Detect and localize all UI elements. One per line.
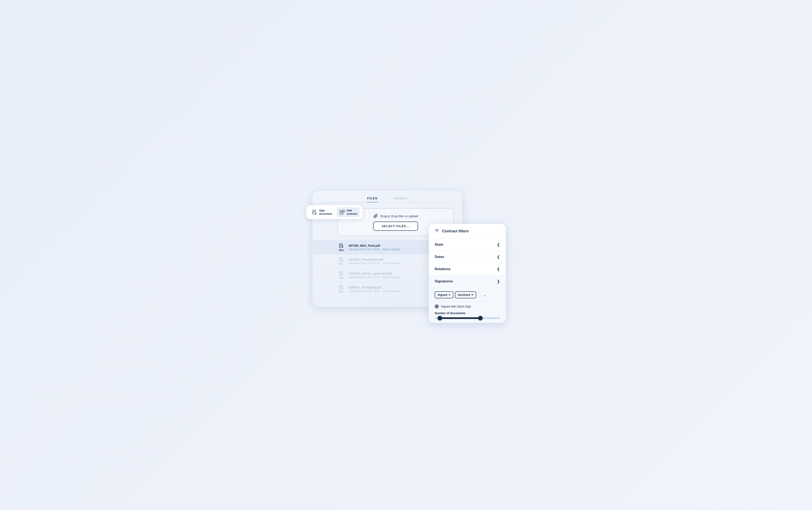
chevron-left-icon: ❮	[497, 254, 500, 259]
filter-title: Contract filters	[442, 229, 469, 233]
chevron-down-icon: ❯	[497, 279, 500, 284]
tag-declined[interactable]: Declined ×	[455, 291, 476, 298]
toolbar: Signdocument Addcontract	[306, 205, 362, 219]
file-label-3: Main	[339, 277, 344, 279]
filter-section-state[interactable]: State ❮	[429, 239, 506, 251]
zefort-check-icon	[435, 304, 439, 308]
add-contract-button[interactable]: Addcontract	[337, 207, 360, 217]
tag-signed[interactable]: Signed ×	[435, 291, 453, 298]
sign-document-icon	[312, 209, 318, 215]
drag-drop-label: Drag & Drop files or upload	[380, 214, 418, 218]
filter-dates-label: Dates	[435, 255, 444, 259]
tag-declined-label: Declined	[458, 293, 470, 297]
add-contract-label: Addcontract	[347, 209, 357, 215]
sign-document-button[interactable]: Signdocument	[309, 207, 335, 217]
paperclip-icon	[373, 214, 378, 218]
file-icon-1: Main	[338, 243, 345, 251]
tab-emails[interactable]: EMAILS	[394, 197, 407, 203]
tag-signed-label: Signed	[438, 293, 447, 297]
tags-expand-button[interactable]: ⌄	[482, 292, 488, 298]
filter-panel: Contract filters State ❮ Dates ❮ Relatio…	[429, 224, 506, 323]
filter-signatures-label: Signatures	[435, 279, 453, 283]
file-label-2: Main	[339, 263, 344, 265]
signatures-content: Signed × Declined × ⌄ Signed with Zefort…	[429, 288, 506, 323]
tab-files[interactable]: FILES	[367, 197, 378, 203]
scene: FILES EMAILS Drag & Drop files or upload…	[313, 191, 499, 319]
num-docs-slider[interactable]	[435, 317, 500, 319]
filter-icon	[435, 229, 439, 234]
select-files-button[interactable]: SELECT FILES...	[373, 221, 418, 231]
slider-fill	[440, 317, 481, 319]
filter-relations-label: Relations	[435, 267, 451, 271]
file-label-1: Main	[339, 249, 344, 251]
filter-section-relations[interactable]: Relations ❮	[429, 263, 506, 275]
file-icon-2: Main	[338, 257, 345, 265]
svg-rect-16	[313, 210, 316, 214]
slider-thumb-left[interactable]	[438, 316, 442, 321]
tag-signed-close[interactable]: ×	[448, 293, 451, 297]
num-docs-label: Number of documents	[435, 311, 500, 315]
chevron-left-icon: ❮	[497, 242, 500, 247]
filter-section-signatures[interactable]: Signatures ❯	[429, 275, 506, 288]
filter-section-dates[interactable]: Dates ❮	[429, 251, 506, 263]
tab-divider	[321, 202, 454, 203]
zefort-sign-label: Signed with Zefort Sign	[441, 305, 471, 308]
file-icon-3: Main	[338, 271, 345, 279]
signature-tags-row: Signed × Declined × ⌄	[435, 291, 500, 301]
sign-document-label: Signdocument	[319, 209, 332, 215]
filter-state-label: State	[435, 243, 443, 247]
chevron-left-icon: ❮	[497, 267, 500, 271]
file-icon-4: Main	[338, 285, 345, 293]
filter-header: Contract filters	[429, 224, 506, 239]
add-contract-icon	[339, 209, 345, 215]
drag-drop-area[interactable]: Drag & Drop files or upload	[373, 214, 418, 218]
tabs-bar: FILES EMAILS	[313, 191, 462, 203]
slider-thumb-right[interactable]	[478, 316, 483, 321]
zefort-sign-row: Signed with Zefort Sign	[435, 304, 500, 308]
tag-declined-close[interactable]: ×	[471, 293, 473, 297]
tags-divider	[479, 292, 479, 298]
file-label-4: Main	[339, 291, 344, 293]
